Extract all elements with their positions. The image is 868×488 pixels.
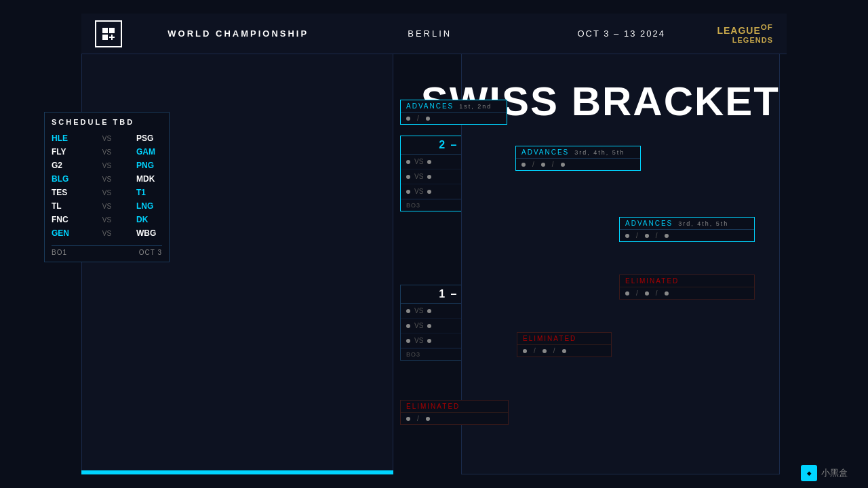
match-row: TES VS T1	[52, 186, 162, 199]
schedule-format: BO1	[52, 249, 67, 256]
advances-mid-sub: 3rd, 4th, 5th	[574, 149, 625, 156]
watermark-logo: ◆	[801, 465, 817, 481]
elim-slot: /	[401, 412, 508, 424]
slot-vs: VS	[414, 307, 423, 314]
team-png: PNG	[136, 161, 162, 170]
eliminated-bottom-label: ELIMINATED	[401, 401, 508, 412]
team-mdk: MDK	[136, 174, 162, 184]
match-row: TL VS LNG	[52, 199, 162, 213]
dot	[427, 160, 431, 164]
eliminated-mid-label: ELIMINATED	[517, 333, 611, 344]
vs-5: VS	[102, 189, 111, 197]
advances-right-label: ADVANCES	[625, 220, 673, 227]
watermark-text: 小黑盒	[821, 467, 848, 479]
dot	[625, 234, 629, 238]
header-location: BERLIN	[334, 28, 525, 39]
lol-legends: LEGENDS	[717, 36, 773, 45]
dot	[645, 234, 649, 238]
team-dk: DK	[136, 215, 162, 224]
match-row: GEN VS WBG	[52, 226, 162, 240]
dot	[645, 291, 649, 296]
dot	[427, 309, 431, 313]
advances-top-label: ADVANCES	[406, 102, 454, 110]
schedule-panel: SCHEDULE TBD HLE VS PSG FLY VS GAM G2 VS…	[44, 112, 170, 262]
dot	[665, 234, 669, 238]
match-row: G2 VS PNG	[52, 159, 162, 172]
header-title: WORLD CHAMPIONSHIP	[142, 28, 334, 39]
match-row: HLE VS PSG	[52, 131, 162, 145]
advances-top-header: ADVANCES 1st, 2nd	[401, 100, 507, 112]
advances-top: ADVANCES 1st, 2nd /	[400, 100, 507, 125]
team-hle: HLE	[52, 134, 77, 143]
dot	[427, 175, 431, 179]
vs-7: VS	[102, 216, 111, 224]
team-fly: FLY	[52, 147, 77, 157]
elim-slot: / /	[517, 344, 611, 357]
eliminated-right: ELIMINATED / /	[619, 274, 755, 300]
vs-2: VS	[102, 148, 111, 156]
advances-mid-header: ADVANCES 3rd, 4th, 5th	[516, 146, 640, 158]
dot	[406, 417, 410, 421]
vs-4: VS	[102, 176, 111, 183]
app-logo	[95, 20, 122, 47]
slot-vs: VS	[414, 173, 423, 180]
dot	[406, 309, 410, 313]
elim-slot: / /	[620, 287, 754, 299]
advances-right-sub: 3rd, 4th, 5th	[678, 220, 728, 227]
eliminated-right-label: ELIMINATED	[620, 275, 754, 287]
watermark: ◆ 小黑盒	[801, 465, 848, 481]
team-psg: PSG	[136, 134, 162, 143]
lol-brand: LEAGUEOF	[717, 22, 773, 36]
team-g2: G2	[52, 161, 77, 170]
dot	[406, 324, 410, 328]
advances-right-header: ADVANCES 3rd, 4th, 5th	[620, 218, 754, 229]
dot	[561, 163, 565, 167]
vs-6: VS	[102, 203, 111, 210]
header-date: OCT 3 – 13 2024	[526, 28, 717, 39]
bg-highlight-bottom	[81, 470, 393, 474]
dot	[406, 339, 410, 343]
team-tl: TL	[52, 201, 77, 211]
dot	[427, 190, 431, 194]
team-fnc: FNC	[52, 215, 77, 224]
advances-right: ADVANCES 3rd, 4th, 5th / /	[619, 217, 755, 242]
dot	[541, 163, 545, 167]
r3-bot-format: BO3	[406, 351, 420, 358]
advances-top-sub: 1st, 2nd	[459, 103, 492, 110]
advances-slot: / /	[620, 229, 754, 241]
advances-slot: / /	[516, 158, 640, 170]
match-row: BLG VS MDK	[52, 172, 162, 186]
team-gam: GAM	[136, 147, 162, 157]
schedule-title: SCHEDULE TBD	[52, 118, 162, 126]
match-row: FLY VS GAM	[52, 145, 162, 159]
slot-vs: VS	[414, 322, 423, 329]
dot	[426, 417, 430, 421]
match-row: FNC VS DK	[52, 213, 162, 226]
slot-vs: VS	[414, 337, 423, 344]
team-blg: BLG	[52, 174, 77, 184]
dot	[426, 117, 430, 121]
dot	[665, 291, 669, 296]
slot-vs: VS	[414, 158, 423, 165]
dot	[562, 349, 566, 353]
dot	[523, 349, 527, 353]
advances-slot: /	[401, 112, 507, 124]
team-wbg: WBG	[136, 228, 162, 238]
team-t1: T1	[136, 188, 162, 197]
dot	[406, 117, 410, 121]
vs-1: VS	[102, 135, 111, 142]
header: WORLD CHAMPIONSHIP BERLIN OCT 3 – 13 202…	[81, 14, 787, 54]
team-gen: GEN	[52, 228, 77, 238]
schedule-date: OCT 3	[139, 249, 162, 256]
dot	[625, 291, 629, 296]
advances-mid: ADVANCES 3rd, 4th, 5th / /	[515, 146, 641, 171]
dot	[521, 163, 526, 167]
dot	[406, 190, 410, 194]
slot-vs: VS	[414, 188, 423, 195]
schedule-footer: BO1 OCT 3	[52, 245, 162, 256]
r3-top-format: BO3	[406, 202, 420, 209]
dot	[406, 160, 410, 164]
dot	[427, 324, 431, 328]
dot	[406, 175, 410, 179]
lol-logo: LEAGUEOF LEGENDS	[717, 22, 773, 45]
